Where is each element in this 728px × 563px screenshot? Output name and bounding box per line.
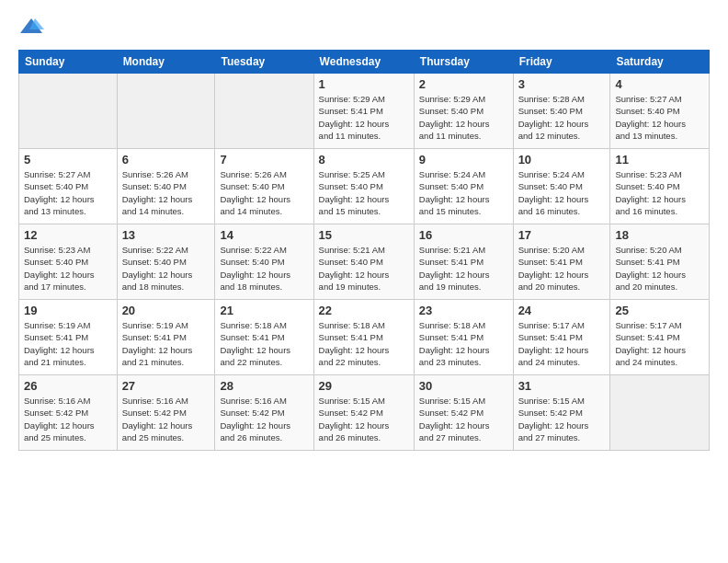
calendar-cell: 16Sunrise: 5:21 AM Sunset: 5:41 PM Dayli… <box>414 224 513 300</box>
calendar-cell: 26Sunrise: 5:16 AM Sunset: 5:42 PM Dayli… <box>19 375 118 451</box>
calendar-cell: 23Sunrise: 5:18 AM Sunset: 5:41 PM Dayli… <box>414 300 513 375</box>
day-info: Sunrise: 5:16 AM Sunset: 5:42 PM Dayligh… <box>122 395 210 443</box>
day-number: 20 <box>122 304 210 317</box>
day-info: Sunrise: 5:15 AM Sunset: 5:42 PM Dayligh… <box>419 395 508 443</box>
day-number: 29 <box>319 379 409 393</box>
day-of-week-header: Friday <box>513 51 610 74</box>
day-number: 12 <box>24 228 112 242</box>
day-number: 3 <box>518 77 606 91</box>
calendar-cell: 14Sunrise: 5:22 AM Sunset: 5:40 PM Dayli… <box>215 224 313 300</box>
day-of-week-header: Sunday <box>19 51 118 74</box>
day-number: 25 <box>615 304 704 317</box>
day-number: 6 <box>122 153 210 167</box>
day-number: 23 <box>419 304 508 317</box>
day-info: Sunrise: 5:25 AM Sunset: 5:40 PM Dayligh… <box>319 168 409 217</box>
day-info: Sunrise: 5:27 AM Sunset: 5:40 PM Dayligh… <box>24 168 112 217</box>
day-info: Sunrise: 5:20 AM Sunset: 5:41 PM Dayligh… <box>615 244 704 293</box>
day-info: Sunrise: 5:26 AM Sunset: 5:40 PM Dayligh… <box>220 168 308 217</box>
calendar-cell: 24Sunrise: 5:17 AM Sunset: 5:41 PM Dayli… <box>513 300 610 375</box>
calendar-cell: 18Sunrise: 5:20 AM Sunset: 5:41 PM Dayli… <box>610 224 710 300</box>
calendar-cell: 20Sunrise: 5:19 AM Sunset: 5:41 PM Dayli… <box>117 300 215 375</box>
day-number: 31 <box>518 379 606 393</box>
calendar-cell: 28Sunrise: 5:16 AM Sunset: 5:42 PM Dayli… <box>215 375 313 451</box>
day-info: Sunrise: 5:20 AM Sunset: 5:41 PM Dayligh… <box>518 244 606 293</box>
calendar-week-row: 12Sunrise: 5:23 AM Sunset: 5:40 PM Dayli… <box>19 224 710 300</box>
day-info: Sunrise: 5:23 AM Sunset: 5:40 PM Dayligh… <box>615 168 704 217</box>
calendar-cell: 12Sunrise: 5:23 AM Sunset: 5:40 PM Dayli… <box>19 224 118 300</box>
calendar-cell: 1Sunrise: 5:29 AM Sunset: 5:41 PM Daylig… <box>313 74 414 149</box>
calendar-cell: 13Sunrise: 5:22 AM Sunset: 5:40 PM Dayli… <box>117 224 215 300</box>
day-number: 24 <box>518 304 606 317</box>
calendar-table: SundayMondayTuesdayWednesdayThursdayFrid… <box>18 50 710 451</box>
day-number: 18 <box>615 228 704 242</box>
calendar-cell: 9Sunrise: 5:24 AM Sunset: 5:40 PM Daylig… <box>414 149 513 224</box>
day-info: Sunrise: 5:19 AM Sunset: 5:41 PM Dayligh… <box>24 319 112 368</box>
calendar-cell: 25Sunrise: 5:17 AM Sunset: 5:41 PM Dayli… <box>610 300 710 375</box>
day-number: 17 <box>518 228 606 242</box>
logo <box>18 15 48 40</box>
day-info: Sunrise: 5:22 AM Sunset: 5:40 PM Dayligh… <box>122 244 210 293</box>
calendar-cell <box>610 375 710 451</box>
day-of-week-header: Saturday <box>610 51 710 74</box>
day-info: Sunrise: 5:19 AM Sunset: 5:41 PM Dayligh… <box>122 319 210 368</box>
day-info: Sunrise: 5:15 AM Sunset: 5:42 PM Dayligh… <box>319 395 409 443</box>
day-number: 26 <box>24 379 112 393</box>
day-of-week-header: Thursday <box>414 51 513 74</box>
day-number: 5 <box>24 153 112 167</box>
calendar-cell: 30Sunrise: 5:15 AM Sunset: 5:42 PM Dayli… <box>414 375 513 451</box>
page: SundayMondayTuesdayWednesdayThursdayFrid… <box>0 0 728 563</box>
calendar-cell: 17Sunrise: 5:20 AM Sunset: 5:41 PM Dayli… <box>513 224 610 300</box>
calendar-cell <box>19 74 118 149</box>
calendar-cell: 11Sunrise: 5:23 AM Sunset: 5:40 PM Dayli… <box>610 149 710 224</box>
day-of-week-header: Tuesday <box>215 51 313 74</box>
calendar-cell: 3Sunrise: 5:28 AM Sunset: 5:40 PM Daylig… <box>513 74 610 149</box>
day-info: Sunrise: 5:21 AM Sunset: 5:41 PM Dayligh… <box>419 244 508 293</box>
day-info: Sunrise: 5:16 AM Sunset: 5:42 PM Dayligh… <box>24 395 112 443</box>
calendar-cell: 2Sunrise: 5:29 AM Sunset: 5:40 PM Daylig… <box>414 74 513 149</box>
day-number: 8 <box>319 153 409 167</box>
day-info: Sunrise: 5:26 AM Sunset: 5:40 PM Dayligh… <box>122 168 210 217</box>
day-number: 15 <box>319 228 409 242</box>
day-info: Sunrise: 5:21 AM Sunset: 5:40 PM Dayligh… <box>319 244 409 293</box>
day-info: Sunrise: 5:29 AM Sunset: 5:41 PM Dayligh… <box>319 93 409 142</box>
day-info: Sunrise: 5:28 AM Sunset: 5:40 PM Dayligh… <box>518 93 606 142</box>
calendar-cell: 31Sunrise: 5:15 AM Sunset: 5:42 PM Dayli… <box>513 375 610 451</box>
calendar-cell: 22Sunrise: 5:18 AM Sunset: 5:41 PM Dayli… <box>313 300 414 375</box>
day-info: Sunrise: 5:22 AM Sunset: 5:40 PM Dayligh… <box>220 244 308 293</box>
day-number: 14 <box>220 228 308 242</box>
day-of-week-header: Monday <box>117 51 215 74</box>
day-info: Sunrise: 5:16 AM Sunset: 5:42 PM Dayligh… <box>220 395 308 443</box>
calendar-cell: 7Sunrise: 5:26 AM Sunset: 5:40 PM Daylig… <box>215 149 313 224</box>
calendar-week-row: 5Sunrise: 5:27 AM Sunset: 5:40 PM Daylig… <box>19 149 710 224</box>
day-number: 9 <box>419 153 508 167</box>
calendar-week-row: 1Sunrise: 5:29 AM Sunset: 5:41 PM Daylig… <box>19 74 710 149</box>
calendar-cell: 21Sunrise: 5:18 AM Sunset: 5:41 PM Dayli… <box>215 300 313 375</box>
day-info: Sunrise: 5:24 AM Sunset: 5:40 PM Dayligh… <box>518 168 606 217</box>
day-info: Sunrise: 5:18 AM Sunset: 5:41 PM Dayligh… <box>220 319 308 368</box>
calendar-cell: 29Sunrise: 5:15 AM Sunset: 5:42 PM Dayli… <box>313 375 414 451</box>
calendar-week-row: 26Sunrise: 5:16 AM Sunset: 5:42 PM Dayli… <box>19 375 710 451</box>
calendar-cell: 15Sunrise: 5:21 AM Sunset: 5:40 PM Dayli… <box>313 224 414 300</box>
day-info: Sunrise: 5:15 AM Sunset: 5:42 PM Dayligh… <box>518 395 606 443</box>
day-number: 1 <box>319 77 409 91</box>
day-info: Sunrise: 5:17 AM Sunset: 5:41 PM Dayligh… <box>518 319 606 368</box>
calendar-cell: 8Sunrise: 5:25 AM Sunset: 5:40 PM Daylig… <box>313 149 414 224</box>
day-number: 2 <box>419 77 508 91</box>
day-number: 4 <box>615 77 704 91</box>
header <box>18 15 710 40</box>
day-info: Sunrise: 5:27 AM Sunset: 5:40 PM Dayligh… <box>615 93 704 142</box>
day-number: 19 <box>24 304 112 317</box>
day-number: 22 <box>319 304 409 317</box>
calendar-cell <box>215 74 313 149</box>
day-number: 30 <box>419 379 508 393</box>
day-number: 13 <box>122 228 210 242</box>
calendar-cell: 10Sunrise: 5:24 AM Sunset: 5:40 PM Dayli… <box>513 149 610 224</box>
calendar-cell: 4Sunrise: 5:27 AM Sunset: 5:40 PM Daylig… <box>610 74 710 149</box>
logo-icon <box>18 15 44 40</box>
day-number: 7 <box>220 153 308 167</box>
calendar-cell: 27Sunrise: 5:16 AM Sunset: 5:42 PM Dayli… <box>117 375 215 451</box>
day-number: 21 <box>220 304 308 317</box>
calendar-header-row: SundayMondayTuesdayWednesdayThursdayFrid… <box>19 51 710 74</box>
day-info: Sunrise: 5:23 AM Sunset: 5:40 PM Dayligh… <box>24 244 112 293</box>
calendar-cell: 19Sunrise: 5:19 AM Sunset: 5:41 PM Dayli… <box>19 300 118 375</box>
